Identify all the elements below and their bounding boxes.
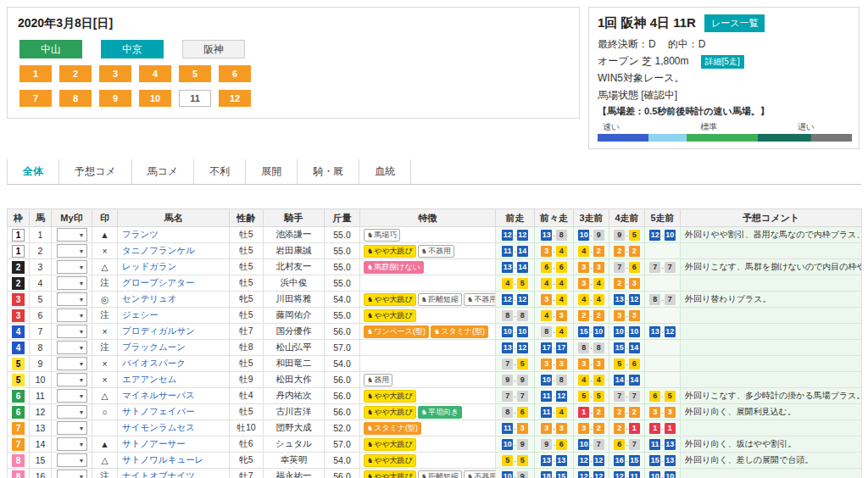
race-number-button-10[interactable]: 10	[139, 90, 171, 107]
detail-button[interactable]: 詳細[5走]	[701, 55, 744, 69]
horse-name-link[interactable]: ブラックムーン	[118, 340, 230, 356]
position-chip: 13	[541, 455, 552, 466]
race-number-button-11[interactable]: 11	[179, 90, 211, 107]
scale-segment	[687, 134, 758, 142]
dash: -	[514, 441, 516, 448]
race-number-button-8[interactable]: 8	[59, 90, 92, 107]
horse-name-link[interactable]: サトノフェイバー	[118, 404, 230, 420]
my-mark-select[interactable]: ▼	[57, 470, 87, 478]
my-mark-select[interactable]: ▼	[57, 276, 87, 290]
position-chip: 3	[556, 358, 567, 370]
venue-button-中京[interactable]: 中京	[101, 40, 164, 58]
my-mark-select[interactable]: ▼	[57, 341, 87, 354]
jockey-name: 古川吉洋	[264, 404, 325, 420]
horse-name-link[interactable]: エアアンセム	[118, 372, 230, 388]
race-number-button-9[interactable]: 9	[99, 90, 131, 107]
position-chip: 4	[578, 294, 589, 305]
carried-weight: 56.0	[325, 469, 360, 478]
my-mark-select[interactable]: ▼	[57, 405, 87, 419]
race-number-button-7[interactable]: 7	[19, 90, 52, 107]
my-mark-select[interactable]: ▼	[57, 228, 87, 242]
race-number-button-4[interactable]: 4	[139, 65, 171, 82]
past-race-positions: 13-13	[535, 453, 574, 469]
frame-number-badge: 6	[12, 406, 25, 419]
dash: -	[553, 360, 555, 368]
position-chip: 11	[649, 439, 660, 450]
horse-name-link[interactable]: マイネルサーパス	[118, 388, 230, 404]
past-race-positions: 8-7	[645, 292, 681, 308]
horse-name-link[interactable]: サトノワルキューレ	[118, 453, 230, 469]
tab-血統[interactable]: 血統	[359, 159, 411, 184]
race-list-button[interactable]: レース一覧	[704, 14, 765, 32]
race-number-button-3[interactable]: 3	[99, 65, 131, 82]
race-number-button-5[interactable]: 5	[179, 65, 211, 82]
horse-name-link[interactable]: サトノアーサー	[118, 436, 230, 453]
position-chip: 12	[593, 455, 604, 466]
past-race-positions: 1-1	[645, 420, 681, 436]
horse-icon: ♞	[367, 264, 373, 271]
my-mark-select[interactable]: ▼	[57, 421, 87, 435]
tab-不利[interactable]: 不利	[194, 159, 246, 184]
my-mark-select[interactable]: ▼	[57, 373, 87, 386]
horse-name-link[interactable]: タニノフランケル	[118, 243, 230, 259]
track-condition-label: 馬場状態 [確認中]	[598, 88, 677, 103]
dash: -	[626, 344, 628, 352]
dash: -	[590, 360, 593, 368]
tab-騎・厩[interactable]: 騎・厩	[298, 159, 359, 184]
horse-number: 6	[30, 308, 52, 324]
dash: -	[553, 247, 555, 255]
tab-全体[interactable]: 全体	[7, 159, 59, 184]
position-chip: 3	[649, 407, 660, 418]
trait-badge: ♞やや大跳び	[364, 309, 416, 322]
horse-name-link[interactable]: バイオスパーク	[118, 356, 230, 372]
past-race-positions: 13-14	[496, 259, 535, 275]
position-chip: 5	[614, 358, 625, 370]
my-mark-select[interactable]: ▼	[57, 453, 87, 467]
horse-number: 9	[30, 356, 52, 372]
horse-name-link[interactable]: センテリュオ	[118, 292, 230, 308]
my-mark-select[interactable]: ▼	[57, 389, 87, 403]
table-row: 48▼注ブラックムーン牡8松山弘平57.013-1217-178-815-14	[8, 340, 862, 356]
table-row: 612▼○サトノフェイバー牡5古川吉洋56.0♞やや大跳び♞平坦向き8-611-…	[8, 404, 862, 420]
trait-badges: ♞やや大跳び♞距離短縮♞不器用	[360, 469, 496, 478]
position-chip: 1	[665, 423, 676, 434]
tab-展開[interactable]: 展開	[246, 159, 298, 184]
venue-button-阪神[interactable]: 阪神	[182, 40, 245, 58]
my-mark-select[interactable]: ▼	[57, 244, 87, 258]
position-chip: 8	[578, 342, 589, 353]
horse-name-link[interactable]: ジェシー	[118, 308, 230, 324]
horse-name-link[interactable]: プロディガルサン	[118, 324, 230, 340]
chevron-down-icon: ▼	[79, 281, 86, 286]
dash: -	[626, 376, 628, 384]
chevron-down-icon: ▼	[79, 329, 86, 335]
venue-button-中山[interactable]: 中山	[19, 40, 82, 58]
tab-馬コメ[interactable]: 馬コメ	[132, 159, 195, 184]
horse-name-link[interactable]: ナイトオブナイツ	[118, 469, 230, 478]
race-number-button-2[interactable]: 2	[59, 65, 92, 82]
my-mark-select[interactable]: ▼	[57, 308, 87, 322]
position-chip: 9	[614, 230, 625, 241]
carried-weight: 55.0	[325, 259, 360, 275]
jockey-name: 池添謙一	[264, 227, 325, 243]
race-number-button-12[interactable]: 12	[219, 90, 251, 107]
race-number-button-1[interactable]: 1	[19, 65, 52, 82]
dash: -	[514, 247, 516, 255]
position-chip: 12	[502, 294, 513, 305]
my-mark-select[interactable]: ▼	[57, 325, 87, 338]
horse-name-link[interactable]: フランツ	[118, 227, 230, 243]
dash: -	[661, 425, 664, 432]
race-number-button-6[interactable]: 6	[219, 65, 251, 82]
my-mark-select[interactable]: ▼	[57, 437, 87, 451]
horse-name-link[interactable]: グローブシアター	[118, 275, 230, 292]
position-chip: 6	[649, 391, 660, 402]
my-mark-select[interactable]: ▼	[57, 292, 87, 306]
horse-name-link[interactable]: レッドガラン	[118, 259, 230, 275]
my-mark-select[interactable]: ▼	[57, 260, 87, 274]
horse-number: 2	[30, 243, 52, 259]
horse-name-link[interactable]: サイモンラムセス	[118, 420, 230, 436]
prediction-mark: ▲	[92, 436, 118, 453]
tab-予想コメ[interactable]: 予想コメ	[59, 159, 132, 184]
sex-age: 牡4	[230, 388, 264, 404]
past-race-positions: 7-7	[645, 259, 681, 275]
my-mark-select[interactable]: ▼	[57, 357, 87, 370]
